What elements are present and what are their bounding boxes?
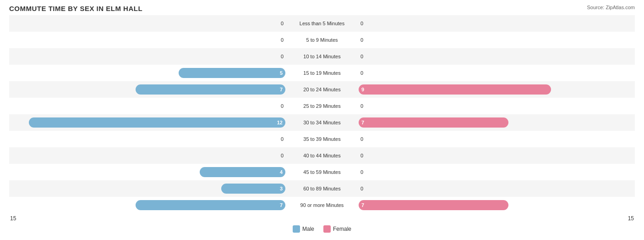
row-label-spacer: 30 to 34 Minutes: [285, 114, 359, 131]
table-row: 0 Less than 5 Minutes 0: [9, 15, 635, 32]
female-bar: 9: [359, 84, 551, 95]
female-value: 0: [360, 54, 363, 59]
row-label: 10 to 14 Minutes: [288, 54, 356, 59]
male-bar: 7: [136, 84, 285, 95]
table-row: 0 35 to 39 Minutes 0: [9, 131, 635, 147]
row-label-spacer: 15 to 19 Minutes: [285, 65, 359, 81]
female-value: 0: [360, 169, 363, 175]
row-label-spacer: 40 to 44 Minutes: [285, 147, 359, 164]
right-section: 0: [359, 15, 635, 32]
male-value-inside: 4: [280, 169, 283, 175]
row-label-spacer: 10 to 14 Minutes: [285, 48, 359, 65]
left-section: 3: [9, 180, 285, 197]
male-bar: 12: [29, 117, 285, 128]
source-text: Source: ZipAtlas.com: [587, 5, 635, 10]
row-label: 35 to 39 Minutes: [288, 136, 356, 142]
row-label-spacer: Less than 5 Minutes: [285, 15, 359, 32]
right-section: 0: [359, 147, 635, 164]
right-section: 0: [359, 32, 635, 48]
table-row: 0 40 to 44 Minutes 0: [9, 147, 635, 164]
row-label: 30 to 34 Minutes: [288, 120, 356, 125]
legend: Male Female: [9, 225, 635, 233]
table-row: 0 25 to 29 Minutes 0: [9, 98, 635, 114]
chart-title: COMMUTE TIME BY SEX IN ELM HALL: [9, 5, 635, 12]
male-value-inside: 7: [280, 87, 283, 92]
table-row: 7 20 to 24 Minutes 9: [9, 81, 635, 98]
male-value: 0: [281, 21, 284, 26]
right-section: 0: [359, 65, 635, 81]
female-bar: 7: [359, 117, 508, 128]
female-label: Female: [333, 226, 351, 232]
row-label: 25 to 29 Minutes: [288, 103, 356, 109]
female-value: 0: [360, 21, 363, 26]
left-section: 0: [9, 147, 285, 164]
left-section: 0: [9, 32, 285, 48]
legend-male: Male: [293, 225, 314, 233]
row-label: Less than 5 Minutes: [288, 21, 356, 26]
row-label-spacer: 60 to 89 Minutes: [285, 180, 359, 197]
right-section: 7: [359, 197, 635, 213]
female-value-inside: 7: [361, 202, 364, 208]
chart-container: COMMUTE TIME BY SEX IN ELM HALL Source: …: [0, 0, 644, 240]
table-row: 3 60 to 89 Minutes 0: [9, 180, 635, 197]
row-label-spacer: 90 or more Minutes: [285, 197, 359, 213]
male-bar: 7: [136, 200, 285, 210]
row-label: 5 to 9 Minutes: [288, 37, 356, 43]
row-label: 15 to 19 Minutes: [288, 70, 356, 76]
row-label: 40 to 44 Minutes: [288, 153, 356, 158]
table-row: 7 90 or more Minutes 7: [9, 197, 635, 213]
female-value: 0: [360, 153, 363, 158]
row-label-spacer: 45 to 59 Minutes: [285, 164, 359, 180]
female-value: 0: [360, 186, 363, 191]
left-section: 12: [9, 114, 285, 131]
male-value-inside: 5: [280, 70, 283, 76]
row-label: 90 or more Minutes: [288, 202, 356, 208]
right-section: 9: [359, 81, 635, 98]
male-value-inside: 7: [280, 202, 283, 208]
male-value: 0: [281, 54, 284, 59]
male-bar: 5: [179, 68, 285, 78]
male-label: Male: [302, 226, 314, 232]
left-section: 7: [9, 81, 285, 98]
row-label-spacer: 35 to 39 Minutes: [285, 131, 359, 147]
female-value: 0: [360, 37, 363, 43]
male-legend-box: [293, 225, 300, 233]
rows-area: 0 Less than 5 Minutes 0 0 5 to 9 Minutes…: [9, 15, 635, 213]
left-section: 0: [9, 48, 285, 65]
row-label-spacer: 25 to 29 Minutes: [285, 98, 359, 114]
female-value-inside: 7: [361, 120, 364, 125]
table-row: 0 10 to 14 Minutes 0: [9, 48, 635, 65]
right-section: 0: [359, 48, 635, 65]
row-label: 45 to 59 Minutes: [288, 169, 356, 175]
female-value: 0: [360, 136, 363, 142]
left-section: 5: [9, 65, 285, 81]
left-section: 0: [9, 98, 285, 114]
left-section: 0: [9, 131, 285, 147]
female-value: 0: [360, 103, 363, 109]
female-value-inside: 9: [361, 87, 364, 92]
row-label-spacer: 5 to 9 Minutes: [285, 32, 359, 48]
right-section: 7: [359, 114, 635, 131]
table-row: 0 5 to 9 Minutes 0: [9, 32, 635, 48]
axis-left: 15: [10, 215, 16, 222]
row-label-spacer: 20 to 24 Minutes: [285, 81, 359, 98]
male-value: 0: [281, 136, 284, 142]
female-legend-box: [323, 225, 331, 233]
left-section: 7: [9, 197, 285, 213]
right-section: 0: [359, 131, 635, 147]
female-value: 0: [360, 70, 363, 76]
axis-right: 15: [628, 215, 634, 222]
row-label: 20 to 24 Minutes: [288, 87, 356, 92]
left-section: 4: [9, 164, 285, 180]
right-section: 0: [359, 98, 635, 114]
left-section: 0: [9, 15, 285, 32]
male-bar: 3: [221, 184, 285, 194]
right-section: 0: [359, 164, 635, 180]
legend-female: Female: [323, 225, 351, 233]
male-value: 0: [281, 103, 284, 109]
axis-row: 15 15: [9, 215, 635, 222]
male-value: 0: [281, 153, 284, 158]
right-section: 0: [359, 180, 635, 197]
male-bar: 4: [200, 167, 285, 177]
male-value: 0: [281, 37, 284, 43]
